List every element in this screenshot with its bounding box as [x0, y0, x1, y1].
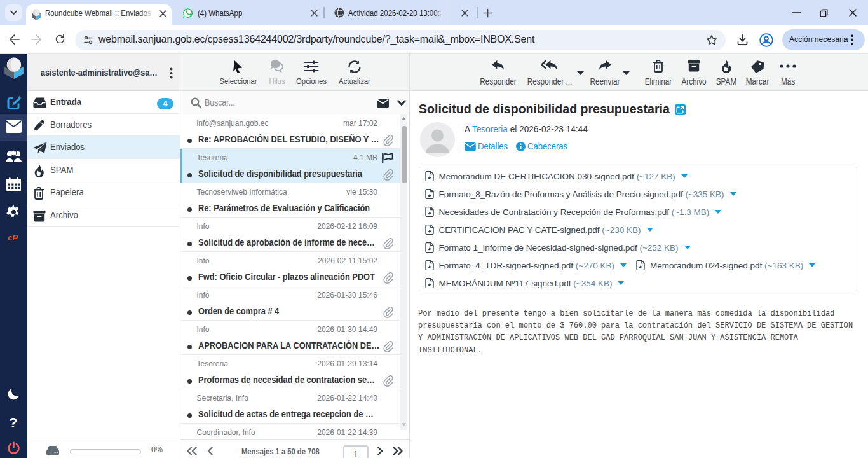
svg-text:cP: cP: [8, 233, 18, 242]
